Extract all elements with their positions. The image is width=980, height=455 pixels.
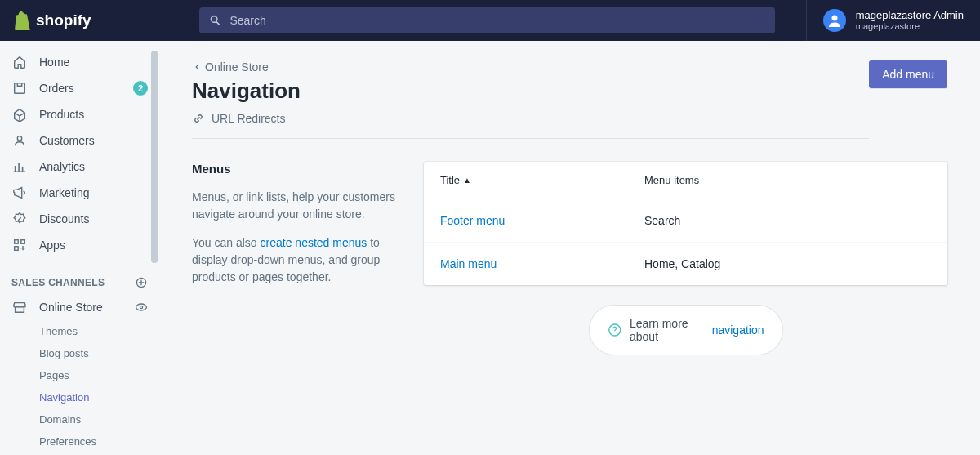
menus-info: Menus Menus, or link lists, help your cu… xyxy=(192,162,404,355)
menus-desc1: Menus, or link lists, help your customer… xyxy=(192,189,404,223)
svg-point-8 xyxy=(140,306,142,308)
sidebar-sub-preferences[interactable]: Preferences xyxy=(0,430,159,453)
apps-icon xyxy=(11,237,28,253)
sidebar-sub-themes[interactable]: Themes xyxy=(0,320,159,342)
discounts-icon xyxy=(11,211,28,227)
menus-heading: Menus xyxy=(192,162,404,176)
nested-menus-link[interactable]: create nested menus xyxy=(261,236,368,249)
shopify-logo-icon xyxy=(13,11,31,30)
home-icon xyxy=(11,54,28,70)
marketing-icon xyxy=(11,185,28,201)
products-icon xyxy=(11,106,28,123)
user-name: mageplazastore Admin xyxy=(856,9,964,22)
link-icon xyxy=(192,112,205,125)
sidebar-item-marketing[interactable]: Marketing xyxy=(0,180,159,206)
svg-rect-3 xyxy=(15,240,19,244)
menu-link-footer[interactable]: Footer menu xyxy=(440,214,644,227)
search-area xyxy=(180,1,806,40)
add-menu-button[interactable]: Add menu xyxy=(869,60,947,88)
user-area[interactable]: mageplazastore Admin mageplazastore xyxy=(806,0,980,41)
sidebar-section-sales-channels: SALES CHANNELS xyxy=(0,271,159,294)
sidebar: Home Orders 2 Products Customers Analyti… xyxy=(0,41,159,455)
menus-table-header: Title ▲ Menu items xyxy=(424,162,947,199)
table-row: Footer menu Search xyxy=(424,199,947,243)
page-title: Navigation xyxy=(192,78,869,104)
sidebar-item-orders[interactable]: Orders 2 xyxy=(0,75,159,101)
top-header: shopify mageplazastore Admin mageplazast… xyxy=(0,0,980,41)
brand-text: shopify xyxy=(36,11,91,29)
sidebar-sub-domains[interactable]: Domains xyxy=(0,408,159,430)
sidebar-sub-pages[interactable]: Pages xyxy=(0,364,159,386)
menus-table: Title ▲ Menu items Footer menu Search Ma… xyxy=(424,162,947,285)
sidebar-item-apps[interactable]: Apps xyxy=(0,232,159,258)
store-icon xyxy=(11,299,28,315)
svg-point-0 xyxy=(831,16,837,21)
user-info: mageplazastore Admin mageplazastore xyxy=(856,9,964,33)
sort-asc-icon: ▲ xyxy=(463,176,471,185)
sidebar-item-customers[interactable]: Customers xyxy=(0,127,159,154)
search-box[interactable] xyxy=(199,7,775,33)
svg-point-2 xyxy=(17,136,21,141)
menu-link-main[interactable]: Main menu xyxy=(440,257,644,270)
svg-rect-4 xyxy=(21,240,25,244)
person-icon xyxy=(826,12,843,29)
sidebar-item-home[interactable]: Home xyxy=(0,49,159,75)
sidebar-sub-navigation[interactable]: Navigation xyxy=(0,386,159,408)
col-title[interactable]: Title ▲ xyxy=(440,174,644,186)
menus-desc2: You can also create nested menus to disp… xyxy=(192,234,404,286)
search-input[interactable] xyxy=(229,14,765,27)
user-avatar xyxy=(823,9,846,32)
navigation-link[interactable]: navigation xyxy=(712,323,764,337)
chevron-left-icon xyxy=(192,62,202,72)
url-redirects-link[interactable]: URL Redirects xyxy=(192,112,869,139)
orders-badge: 2 xyxy=(133,81,148,96)
analytics-icon xyxy=(11,158,28,175)
orders-icon xyxy=(11,80,28,96)
svg-rect-5 xyxy=(15,247,19,251)
user-sub: mageplazastore xyxy=(856,21,964,32)
svg-rect-1 xyxy=(15,83,25,94)
search-icon xyxy=(209,14,221,27)
sidebar-item-online-store[interactable]: Online Store xyxy=(0,294,159,320)
preview-icon[interactable] xyxy=(135,301,148,314)
table-row: Main menu Home, Catalog xyxy=(424,243,947,285)
sidebar-sub-blog-posts[interactable]: Blog posts xyxy=(0,342,159,364)
logo-area[interactable]: shopify xyxy=(0,11,180,30)
breadcrumb[interactable]: Online Store xyxy=(192,60,869,74)
sidebar-item-analytics[interactable]: Analytics xyxy=(0,154,159,180)
sidebar-item-products[interactable]: Products xyxy=(0,101,159,127)
content-area: Online Store Navigation URL Redirects Ad… xyxy=(159,41,980,455)
add-channel-icon[interactable] xyxy=(135,276,148,289)
sidebar-item-discounts[interactable]: Discounts xyxy=(0,206,159,232)
col-items[interactable]: Menu items xyxy=(644,174,699,186)
question-icon xyxy=(608,322,622,338)
svg-point-7 xyxy=(136,304,147,310)
scrollbar[interactable] xyxy=(149,41,159,455)
menu-items-main: Home, Catalog xyxy=(644,257,720,270)
customers-icon xyxy=(11,132,28,149)
menu-items-footer: Search xyxy=(644,214,680,227)
learn-more-pill: Learn more about navigation xyxy=(589,305,783,355)
